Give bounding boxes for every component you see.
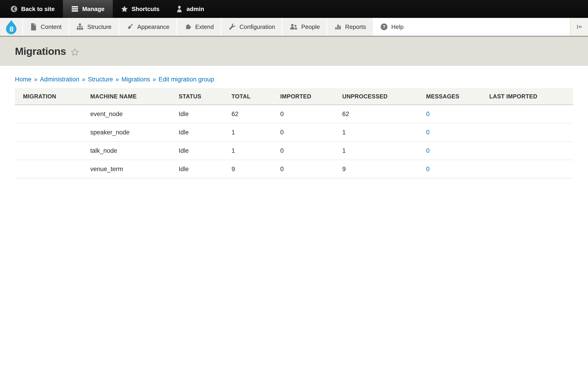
breadcrumb-link-home[interactable]: Home xyxy=(15,76,32,83)
messages-link[interactable]: 0 xyxy=(426,110,430,117)
col-header-status: STATUS xyxy=(171,88,224,105)
cell-status: Idle xyxy=(171,105,224,123)
people-icon xyxy=(289,23,298,31)
breadcrumb-link-migrations[interactable]: Migrations xyxy=(121,76,150,83)
hamburger-icon xyxy=(71,6,78,12)
content-icon xyxy=(30,23,37,31)
tab-help[interactable]: ? Help xyxy=(373,18,410,36)
manage-tab[interactable]: Manage xyxy=(63,0,113,18)
table-row: event_node Idle 62 0 62 0 xyxy=(15,105,573,123)
breadcrumb-separator: » xyxy=(153,76,156,83)
back-circle-icon xyxy=(10,6,17,12)
cell-messages: 0 xyxy=(418,105,481,123)
tab-structure[interactable]: Structure xyxy=(69,18,119,36)
cell-machine-name: event_node xyxy=(82,105,171,123)
cell-messages: 0 xyxy=(418,160,481,178)
cell-status: Idle xyxy=(171,123,224,142)
star-outline-icon[interactable] xyxy=(71,48,79,56)
tab-extend[interactable]: Extend xyxy=(177,18,221,36)
page-header: Migrations xyxy=(0,37,588,66)
user-label: admin xyxy=(187,6,204,13)
toolbar-spacer xyxy=(411,18,570,36)
tab-label: Help xyxy=(391,23,403,31)
col-header-last-imported: LAST IMPORTED xyxy=(481,88,573,105)
cell-machine-name: talk_node xyxy=(82,142,171,160)
toolbar-collapse-button[interactable] xyxy=(570,18,588,36)
collapse-left-icon xyxy=(575,23,583,30)
breadcrumb: Home»Administration»Structure»Migrations… xyxy=(15,76,588,83)
table-row: speaker_node Idle 1 0 1 0 xyxy=(15,123,573,142)
cell-unprocessed: 62 xyxy=(334,105,418,123)
cell-messages: 0 xyxy=(418,142,481,160)
tab-content[interactable]: Content xyxy=(23,18,69,36)
cell-migration xyxy=(15,142,82,160)
manage-label: Manage xyxy=(82,6,104,13)
cell-unprocessed: 1 xyxy=(334,142,418,160)
col-header-total: TOTAL xyxy=(224,88,272,105)
tab-people[interactable]: People xyxy=(283,18,327,36)
col-header-migration: MIGRATION xyxy=(15,88,82,105)
tab-configuration[interactable]: Configuration xyxy=(221,18,282,36)
table-row: venue_term Idle 9 0 9 0 xyxy=(15,160,573,178)
breadcrumb-separator: » xyxy=(34,76,37,83)
tab-label: People xyxy=(301,23,320,31)
breadcrumb-link-edit-migration-group[interactable]: Edit migration group xyxy=(158,76,214,83)
col-header-machine-name: MACHINE NAME xyxy=(82,88,171,105)
messages-link[interactable]: 0 xyxy=(426,166,430,173)
user-menu[interactable]: admin xyxy=(168,0,212,18)
breadcrumb-link-administration[interactable]: Administration xyxy=(40,76,79,83)
cell-status: Idle xyxy=(171,142,224,160)
toolbar: 8 Content Structure Appearance Extend Co… xyxy=(0,18,588,37)
cell-total: 62 xyxy=(224,105,272,123)
structure-icon xyxy=(76,23,84,31)
col-header-unprocessed: UNPROCESSED xyxy=(334,88,418,105)
cell-last-imported xyxy=(481,160,573,178)
tab-label: Appearance xyxy=(137,23,170,31)
tab-reports[interactable]: Reports xyxy=(327,18,373,36)
cell-machine-name: speaker_node xyxy=(82,123,171,142)
cell-migration xyxy=(15,123,82,142)
breadcrumb-link-structure[interactable]: Structure xyxy=(88,76,113,83)
reports-icon xyxy=(334,23,342,31)
back-to-site-label: Back to site xyxy=(21,6,55,13)
tab-label: Structure xyxy=(87,23,112,31)
breadcrumb-separator: » xyxy=(82,76,85,83)
cell-messages: 0 xyxy=(418,123,481,142)
table-header-row: MIGRATION MACHINE NAME STATUS TOTAL IMPO… xyxy=(15,88,573,105)
col-header-imported: IMPORTED xyxy=(272,88,334,105)
messages-link[interactable]: 0 xyxy=(426,147,430,154)
drupal-home-button[interactable]: 8 xyxy=(0,18,22,36)
cell-migration xyxy=(15,105,82,123)
star-icon xyxy=(121,6,128,12)
cell-total: 1 xyxy=(224,142,272,160)
cell-unprocessed: 1 xyxy=(334,123,418,142)
help-icon: ? xyxy=(380,23,388,31)
cell-last-imported xyxy=(481,142,573,160)
messages-link[interactable]: 0 xyxy=(426,129,430,136)
shortcuts-label: Shortcuts xyxy=(132,6,159,13)
col-header-messages: MESSAGES xyxy=(418,88,481,105)
tab-appearance[interactable]: Appearance xyxy=(119,18,176,36)
tab-label: Configuration xyxy=(240,23,275,31)
drupal-logo: 8 xyxy=(5,19,18,35)
cell-imported: 0 xyxy=(272,160,334,178)
cell-total: 9 xyxy=(224,160,272,178)
cell-imported: 0 xyxy=(272,123,334,142)
cell-status: Idle xyxy=(171,160,224,178)
tab-label: Content xyxy=(41,23,61,31)
table-row: talk_node Idle 1 0 1 0 xyxy=(15,142,573,160)
cell-total: 1 xyxy=(224,123,272,142)
cell-unprocessed: 9 xyxy=(334,160,418,178)
shortcuts-tab[interactable]: Shortcuts xyxy=(113,0,168,18)
svg-text:?: ? xyxy=(383,24,385,29)
cell-last-imported xyxy=(481,105,573,123)
svg-text:8: 8 xyxy=(9,25,13,33)
cell-imported: 0 xyxy=(272,142,334,160)
tab-label: Reports xyxy=(345,23,366,31)
back-to-site-button[interactable]: Back to site xyxy=(0,0,63,18)
appearance-icon xyxy=(126,23,134,31)
cell-last-imported xyxy=(481,123,573,142)
tab-label: Extend xyxy=(195,23,214,31)
migrations-table: MIGRATION MACHINE NAME STATUS TOTAL IMPO… xyxy=(15,88,573,178)
user-icon xyxy=(176,5,183,13)
